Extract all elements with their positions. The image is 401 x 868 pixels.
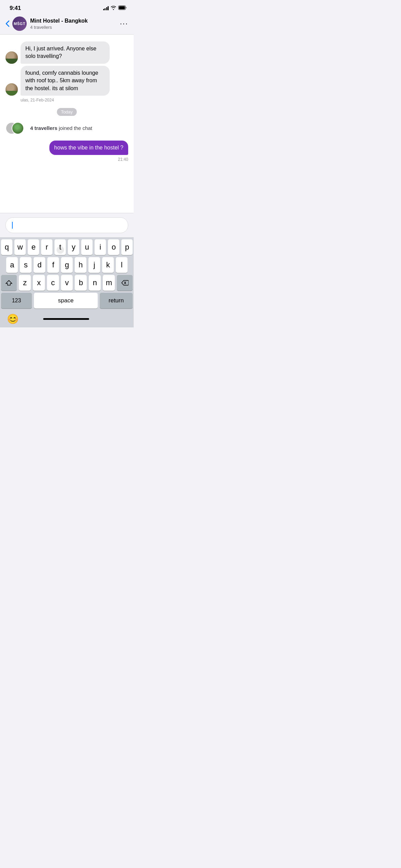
key-i[interactable]: i <box>95 239 106 255</box>
keyboard-row-2: a s d f g h j k l <box>0 255 134 273</box>
key-w[interactable]: w <box>14 239 26 255</box>
message-text: Hi, I just arrived. Anyone else solo tra… <box>25 46 96 59</box>
key-y[interactable]: y <box>68 239 79 255</box>
key-d[interactable]: d <box>34 257 45 273</box>
svg-rect-1 <box>119 6 125 9</box>
travellers-count: 4 travellers <box>30 25 117 30</box>
status-bar: 9:41 <box>0 0 134 14</box>
key-m[interactable]: m <box>103 275 115 291</box>
key-z[interactable]: z <box>19 275 31 291</box>
message-bubble-incoming: found, comfy cannabis lounge with roof t… <box>21 66 110 96</box>
key-a[interactable]: a <box>6 257 18 273</box>
keyboard-bottom-row: 123 space return <box>0 291 134 310</box>
key-j[interactable]: j <box>88 257 100 273</box>
key-h[interactable]: h <box>75 257 86 273</box>
key-o[interactable]: o <box>108 239 119 255</box>
key-space[interactable]: space <box>34 293 98 309</box>
delete-key[interactable] <box>117 275 133 291</box>
avatar-text: MŠGT <box>14 22 25 26</box>
message-input-box[interactable] <box>5 217 128 233</box>
key-t[interactable]: t <box>54 239 66 255</box>
group-avatar: MŠGT <box>12 16 27 31</box>
keyboard-row-3: z x c v b n m <box>0 273 134 291</box>
signal-icon <box>103 6 109 10</box>
key-e[interactable]: e <box>28 239 39 255</box>
key-b[interactable]: b <box>75 275 87 291</box>
message-timestamp: 21:40 <box>118 157 128 162</box>
joined-action: joined the chat <box>59 125 92 131</box>
keyboard-row-1: q w e r t y u i o p <box>0 237 134 255</box>
group-name: Mint Hostel - Bangkok <box>30 17 117 24</box>
message-meta: ulas, 21-Feb-2024 <box>21 98 128 103</box>
message-bubble-incoming: Hi, I just arrived. Anyone else solo tra… <box>21 41 110 64</box>
battery-icon <box>118 5 127 11</box>
shift-key[interactable] <box>1 275 17 291</box>
status-icons <box>103 5 127 11</box>
keyboard: q w e r t y u i o p a s d f g h j k l z … <box>0 237 134 327</box>
date-pill: Today <box>57 108 77 116</box>
home-indicator <box>43 318 89 320</box>
key-x[interactable]: x <box>33 275 45 291</box>
avatar <box>5 51 18 64</box>
message-timestamp: ulas, 21-Feb-2024 <box>21 98 54 103</box>
key-l[interactable]: l <box>116 257 127 273</box>
status-time: 9:41 <box>10 5 21 12</box>
message-row: Hi, I just arrived. Anyone else solo tra… <box>5 41 128 64</box>
chat-header: MŠGT Mint Hostel - Bangkok 4 travellers … <box>0 14 134 35</box>
key-u[interactable]: u <box>81 239 93 255</box>
more-button[interactable]: ··· <box>117 19 128 28</box>
date-divider: Today <box>5 108 128 116</box>
message-bubble-outgoing: hows the vibe in the hostel ? <box>49 141 128 155</box>
message-text: found, comfy cannabis lounge with roof t… <box>25 70 98 91</box>
key-c[interactable]: c <box>47 275 59 291</box>
key-s[interactable]: s <box>20 257 32 273</box>
key-v[interactable]: v <box>61 275 73 291</box>
joined-notification: 4 travellers joined the chat <box>5 121 128 135</box>
key-r[interactable]: r <box>41 239 52 255</box>
key-q[interactable]: q <box>1 239 12 255</box>
message-row: found, comfy cannabis lounge with roof t… <box>5 66 128 96</box>
joined-avatars <box>5 121 25 135</box>
header-info: Mint Hostel - Bangkok 4 travellers <box>30 17 117 29</box>
outgoing-time: 21:40 <box>5 157 128 162</box>
messages-area: Hi, I just arrived. Anyone else solo tra… <box>0 35 134 213</box>
message-row: hows the vibe in the hostel ? <box>5 141 128 155</box>
avatar-front <box>12 122 24 134</box>
key-p[interactable]: p <box>121 239 133 255</box>
emoji-button[interactable]: 😊 <box>7 313 19 325</box>
key-k[interactable]: k <box>102 257 114 273</box>
key-123[interactable]: 123 <box>1 293 32 309</box>
key-g[interactable]: g <box>61 257 73 273</box>
joined-count: 4 travellers <box>30 125 57 131</box>
input-area <box>0 213 134 237</box>
wifi-icon <box>111 5 116 11</box>
key-return[interactable]: return <box>100 293 133 309</box>
message-text: hows the vibe in the hostel ? <box>54 145 123 150</box>
keyboard-accessory: 😊 <box>0 310 134 327</box>
key-f[interactable]: f <box>47 257 59 273</box>
avatar <box>5 83 18 96</box>
back-button[interactable] <box>5 20 12 27</box>
joined-text: 4 travellers joined the chat <box>30 125 92 131</box>
text-cursor <box>12 222 13 229</box>
key-n[interactable]: n <box>89 275 101 291</box>
